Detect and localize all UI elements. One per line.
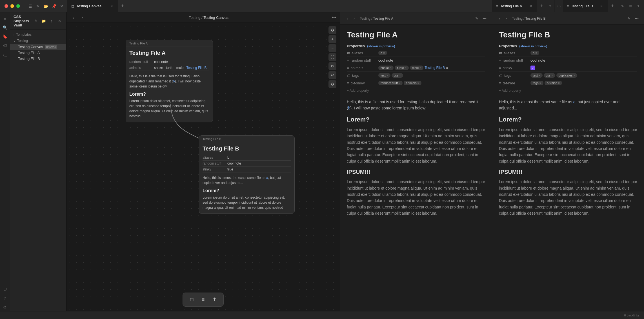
canvas-refresh-icon[interactable]: ↺ (328, 62, 336, 70)
graph-icon[interactable]: ⬡ (1, 285, 9, 293)
mole-remove[interactable]: × (419, 66, 421, 69)
turtle-remove[interactable]: × (405, 66, 407, 69)
files-icon[interactable]: ≡ (1, 15, 9, 23)
sidebar-toggle-icon[interactable]: ☰ (27, 3, 34, 10)
animals-icon-a: ≡ (347, 66, 349, 70)
tab-canvas-label: Testing Canvas (76, 4, 101, 8)
panel-a-body-link-b[interactable]: b (348, 106, 350, 110)
tag-css-b-remove[interactable]: × (551, 74, 553, 77)
bookmarks-icon[interactable]: 🔖 (1, 33, 9, 41)
new-note-btn[interactable]: ✎ (32, 18, 39, 24)
sidebar-item-testing-canvas[interactable]: Testing Canvas CANVAS (10, 44, 66, 50)
dfshow-animals-remove[interactable]: × (418, 82, 419, 85)
settings-icon[interactable]: ⚙ (1, 303, 9, 311)
collapse-btn[interactable]: ✕ (56, 18, 63, 24)
canvas-fullscreen-icon[interactable]: ⛶ (328, 53, 336, 61)
close-pane-icon[interactable]: ✕ (58, 3, 65, 10)
panel-b-body-link-a[interactable]: a (573, 100, 576, 104)
tab-file-b-close[interactable]: ✕ (599, 4, 604, 8)
panel-a-edit-icon[interactable]: ✎ (473, 15, 480, 22)
tab-add-canvas[interactable]: + (118, 0, 127, 12)
dfhide-dfhide-remove[interactable]: × (558, 82, 560, 85)
help-icon[interactable]: ? (1, 294, 9, 302)
close-button[interactable] (5, 4, 8, 8)
panel-b-bc-current: Testing File B (525, 17, 546, 21)
panel-b-back-btn[interactable]: ‹ (496, 15, 503, 22)
panel-a-fwd-btn[interactable]: › (351, 15, 357, 22)
panel-b-nav-fwd[interactable]: › (559, 4, 561, 8)
panel-b-nav-back[interactable]: ‹ (557, 4, 558, 8)
panel-a-back-btn[interactable]: ‹ (344, 15, 351, 22)
canvas-tool-export-icon[interactable]: ⬆ (210, 295, 219, 304)
card-b-prop-stinky: stinky true (203, 167, 291, 172)
minimize-button[interactable] (10, 4, 14, 8)
canvas-menu-icon[interactable]: ••• (332, 15, 336, 20)
canvas-card-a[interactable]: Testing File A Testing File A random stu… (126, 40, 213, 122)
canvas-fwd-btn[interactable]: › (79, 14, 86, 21)
sidebar-item-templates[interactable]: › Templates (10, 32, 66, 38)
canvas-zoom-in-icon[interactable]: + (328, 35, 336, 43)
tab-add-b[interactable]: + (608, 0, 617, 12)
tags-icon[interactable]: 🏷 (1, 42, 9, 50)
canvas-back-btn[interactable]: ‹ (70, 14, 77, 21)
tab-file-a-close[interactable]: ✕ (528, 4, 533, 8)
panel-a-add-property[interactable]: + Add property (347, 87, 485, 94)
canvas-tab-icon: ◻ (71, 4, 74, 8)
more-icon-b[interactable]: ••• (627, 3, 634, 10)
tab-file-b[interactable]: ≡ Testing File B ✕ (563, 0, 608, 12)
sidebar-item-testing-folder[interactable]: ∨ Testing (10, 38, 66, 44)
panel-a-props-link[interactable]: (shown in preview) (367, 44, 395, 48)
card-b-title: Testing File B (203, 145, 291, 152)
file-tree: › Templates ∨ Testing Testing Canvas CAN… (10, 30, 66, 311)
aliases-chip-a: a × (378, 51, 387, 55)
tab-add-a[interactable]: + (537, 0, 546, 12)
canvas-tool-note-icon[interactable]: ≡ (199, 295, 208, 304)
tag-test-b-remove[interactable]: × (539, 74, 540, 77)
dfhide-tags-remove[interactable]: × (539, 82, 541, 85)
tag-duplicates-b-remove[interactable]: × (573, 74, 575, 77)
panel-b-fwd-btn[interactable]: › (503, 15, 510, 22)
panel-b-more-icon[interactable]: ••• (633, 15, 640, 22)
terminal-icon[interactable]: ›_ (1, 51, 9, 59)
canvas-settings2-icon[interactable]: ⚙ (328, 80, 336, 88)
canvas-card-b[interactable]: Testing File B Testing File B aliases b … (199, 135, 295, 214)
dfshow-random-remove[interactable]: × (399, 82, 400, 85)
panel-b-add-property[interactable]: + Add property (499, 87, 637, 94)
fileb-remove[interactable]: × (446, 66, 448, 70)
card-b-header-text: Testing File B (203, 137, 221, 141)
card-a-file-b-link[interactable]: Testing File B (186, 66, 207, 70)
sidebar-item-testing-file-a[interactable]: Testing File A (10, 50, 66, 56)
canvas-settings-icon[interactable]: ⚙ (328, 26, 336, 34)
aliases-chip-b-remove[interactable]: × (535, 51, 537, 55)
maximize-button[interactable] (16, 4, 20, 8)
split-menu-a[interactable]: ▾ (546, 2, 554, 10)
search-icon[interactable]: 🔍 (1, 24, 9, 32)
new-note-icon[interactable]: ✎ (35, 3, 41, 10)
tab-canvas[interactable]: ◻ Testing Canvas ✕ (67, 0, 118, 12)
new-folder-btn[interactable]: 📁 (40, 18, 47, 24)
tab-canvas-close[interactable]: ✕ (109, 4, 114, 8)
canvas-main[interactable]: ⚙ + − ⛶ ↺ ↩ ⚙ Testing File A Testing Fil… (66, 23, 340, 311)
panel-b-content: Testing File B Properties (shown in prev… (492, 25, 644, 311)
tag-css-a-remove[interactable]: × (399, 74, 401, 77)
tag-test-a-remove[interactable]: × (387, 74, 388, 77)
pin-icon[interactable]: 📌 (50, 3, 57, 10)
panel-b-props-link[interactable]: (shown in preview) (519, 44, 547, 48)
snake-remove[interactable]: × (390, 66, 391, 69)
canvas-tool-file-icon[interactable]: □ (187, 295, 196, 304)
aliases-chip-a-remove[interactable]: × (383, 51, 385, 55)
panel-a-random-label: ≡ random stuff (347, 58, 375, 62)
canvas-undo-icon[interactable]: ↩ (328, 71, 336, 79)
tab-file-a[interactable]: ≡ Testing File A ✕ (492, 0, 537, 12)
panel-a-fileb-link[interactable]: Testing File B (425, 66, 445, 70)
panel-b-edit-icon[interactable]: ✎ (625, 15, 632, 22)
add-property-b-label: + Add property (499, 89, 521, 93)
stinky-checkbox[interactable]: ✓ (530, 66, 535, 70)
split-menu-b[interactable]: ▾ (635, 3, 642, 10)
panel-a-more-icon[interactable]: ••• (481, 15, 488, 22)
sort-btn[interactable]: ↕ (48, 18, 55, 24)
edit-icon-b[interactable]: ✎ (619, 3, 626, 10)
open-folder-icon[interactable]: 📂 (43, 3, 49, 10)
canvas-zoom-out-icon[interactable]: − (328, 44, 336, 52)
sidebar-item-testing-file-b[interactable]: Testing File B (10, 56, 66, 62)
